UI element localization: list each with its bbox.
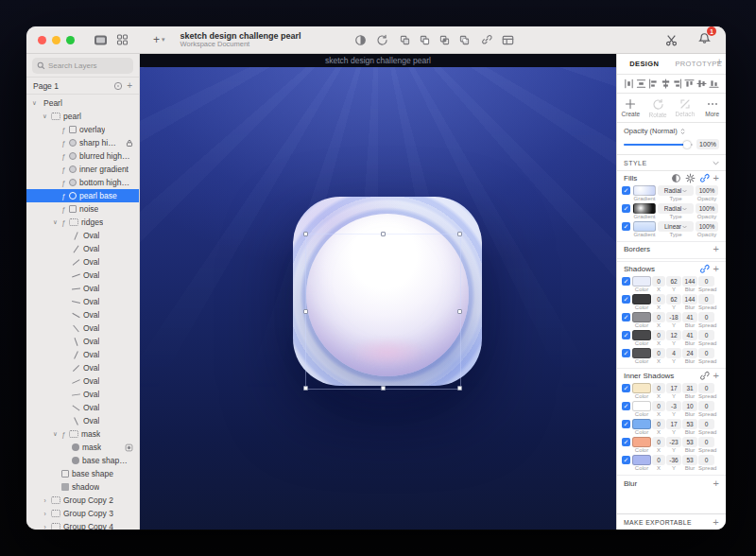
shadows-blur-field[interactable]: 144 (682, 276, 697, 287)
layer-row-sharp-highlight[interactable]: ƒsharp highlight (26, 136, 139, 149)
opacity-value[interactable]: 100% (696, 139, 719, 149)
chevron-down-icon[interactable]: ∨ (52, 430, 59, 438)
selection-handle[interactable] (303, 232, 308, 236)
gear-icon[interactable] (685, 173, 696, 183)
chevron-right-icon[interactable]: › (42, 511, 48, 517)
layer-row-ridges[interactable]: ∨ƒridges (26, 216, 139, 229)
selection-handle[interactable] (457, 309, 462, 314)
tab-design[interactable]: DESIGN (617, 60, 672, 68)
align-right-icon[interactable] (672, 78, 682, 89)
add-shadows-icon[interactable]: + (713, 264, 719, 274)
layer-row-bottom-highlight[interactable]: ƒbottom highlight (26, 176, 139, 189)
inspector-plus-icon[interactable]: + (716, 57, 722, 67)
inner-shadows-y-field[interactable]: -36 (666, 455, 681, 465)
inner-shadows-color-swatch[interactable] (632, 419, 651, 429)
shadows-y-field[interactable]: 62 (666, 276, 681, 287)
chevron-down-icon[interactable]: ∨ (42, 113, 48, 120)
layer-row-oval[interactable]: Oval (26, 388, 139, 401)
layer-row-oval[interactable]: Oval (26, 321, 139, 335)
gray-link-icon[interactable] (699, 371, 710, 381)
align-top-icon[interactable] (684, 78, 695, 89)
layers-panel-toggle-icon[interactable] (94, 34, 108, 46)
layer-row-oval[interactable]: Oval (26, 269, 139, 282)
shadows-color-swatch[interactable] (632, 348, 651, 358)
lock-icon[interactable] (126, 139, 133, 148)
layer-row-oval[interactable]: Oval (26, 229, 139, 242)
shadows-color-swatch[interactable] (632, 312, 651, 322)
fill-enabled-checkbox[interactable]: ✓ (622, 186, 630, 195)
shadows-color-swatch[interactable] (632, 294, 651, 304)
scissors-icon[interactable] (665, 34, 678, 46)
inner-shadows-blur-field[interactable]: 53 (682, 419, 697, 429)
selection-handle[interactable] (457, 386, 462, 391)
layer-row-pearl[interactable]: ∨Pearl (26, 96, 139, 110)
shadows-spread-field[interactable]: 0 (698, 312, 714, 322)
link-icon[interactable] (481, 34, 492, 45)
fill-opacity-field[interactable]: 100% (696, 203, 718, 214)
inner-shadows-blur-field[interactable]: 10 (682, 401, 697, 411)
layer-row-pearl[interactable]: ∨pearl (26, 110, 139, 123)
style-link-icon[interactable] (699, 264, 710, 274)
document-title-block[interactable]: sketch design challenge pearl Workspace … (180, 31, 301, 49)
shadows-color-swatch[interactable] (632, 276, 651, 287)
layer-row-noise[interactable]: ƒnoise (26, 202, 139, 216)
layer-row-oval[interactable]: Oval (26, 255, 139, 269)
opacity-slider-knob[interactable] (683, 141, 691, 148)
selection-handle[interactable] (381, 232, 386, 236)
close-window-button[interactable] (38, 36, 46, 44)
inner-shadows-color-swatch[interactable] (632, 383, 651, 393)
layer-row-group-copy-2[interactable]: ›Group Copy 2 (26, 494, 139, 507)
inner-shadows-x-field[interactable]: 0 (652, 419, 665, 429)
subtract-icon[interactable] (420, 35, 430, 45)
chevron-right-icon[interactable]: › (42, 524, 48, 530)
align-left-icon[interactable] (648, 78, 659, 89)
layer-row-shadow[interactable]: shadow (26, 480, 139, 494)
canvas[interactable]: sketch design challenge pearl (140, 54, 616, 530)
shadows-enabled-checkbox[interactable]: ✓ (622, 277, 630, 286)
blend-mode-stepper-icon[interactable] (679, 128, 686, 135)
zoom-window-button[interactable] (66, 36, 75, 44)
layer-row-base-shape[interactable]: base shape (26, 467, 139, 480)
shadows-enabled-checkbox[interactable]: ✓ (622, 349, 630, 357)
inner-shadows-spread-field[interactable]: 0 (698, 383, 714, 393)
selection-handle[interactable] (381, 386, 386, 391)
layer-row-oval[interactable]: Oval (26, 361, 139, 374)
fill-type-dropdown[interactable]: Radial (658, 185, 694, 196)
inner-shadows-enabled-checkbox[interactable]: ✓ (622, 402, 630, 410)
distribute-horizontal-icon[interactable] (624, 78, 634, 89)
style-link-icon[interactable] (699, 173, 710, 183)
inner-shadows-enabled-checkbox[interactable]: ✓ (622, 420, 630, 428)
layer-row-oval[interactable]: Oval (26, 282, 139, 295)
layer-row-oval[interactable]: Oval (26, 401, 139, 414)
fill-enabled-checkbox[interactable]: ✓ (622, 204, 630, 213)
notifications-button[interactable]: 1 (698, 31, 711, 48)
layer-row-group-copy-3[interactable]: ›Group Copy 3 (26, 507, 139, 520)
fill-gradient-swatch[interactable] (633, 203, 656, 214)
inner-shadows-enabled-checkbox[interactable]: ✓ (622, 456, 630, 464)
shadows-x-field[interactable]: 0 (652, 276, 665, 287)
fill-enabled-checkbox[interactable]: ✓ (622, 222, 630, 231)
add-blur-icon[interactable]: + (713, 478, 719, 489)
page-selector[interactable]: Page 1 + (26, 77, 139, 95)
inner-shadows-y-field[interactable]: -23 (666, 437, 681, 447)
more-action-button[interactable]: More (698, 94, 726, 122)
selection-handle[interactable] (303, 309, 308, 314)
inner-shadows-spread-field[interactable]: 0 (698, 455, 714, 465)
fill-opacity-field[interactable]: 100% (696, 221, 718, 232)
shadows-enabled-checkbox[interactable]: ✓ (622, 295, 630, 304)
add-inner-shadows-icon[interactable]: + (713, 371, 719, 381)
inner-shadows-blur-field[interactable]: 31 (682, 383, 697, 393)
add-border-icon[interactable]: + (713, 244, 719, 254)
shadows-spread-field[interactable]: 0 (698, 276, 714, 287)
layer-row-base-shape-copy[interactable]: base shape copy (26, 454, 139, 467)
inner-shadows-enabled-checkbox[interactable]: ✓ (622, 438, 630, 446)
fill-opacity-field[interactable]: 100% (696, 185, 718, 196)
shadows-color-swatch[interactable] (632, 330, 651, 340)
inner-shadows-spread-field[interactable]: 0 (698, 401, 714, 411)
shadows-x-field[interactable]: 0 (652, 312, 665, 322)
layer-row-blurred-highlight[interactable]: ƒblurred highlight (26, 149, 139, 163)
layer-row-oval[interactable]: Oval (26, 374, 139, 388)
inner-shadows-spread-field[interactable]: 0 (698, 437, 714, 447)
inner-shadows-blur-field[interactable]: 53 (682, 437, 697, 447)
inner-shadows-blur-field[interactable]: 53 (682, 455, 697, 465)
